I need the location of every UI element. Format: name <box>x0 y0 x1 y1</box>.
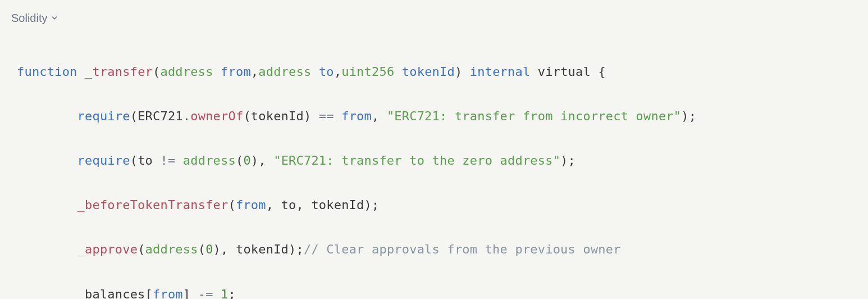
semi: ; <box>372 198 379 212</box>
num-zero: 0 <box>243 153 250 167</box>
type-uint256: uint256 <box>341 65 394 79</box>
num-one: 1 <box>221 287 228 299</box>
code-block: function _transfer(address from,address … <box>0 33 868 299</box>
op-minuseq: -= <box>190 287 221 299</box>
kw-function: function <box>17 65 77 79</box>
rparen: ) <box>364 198 372 212</box>
class-erc721: ERC721 <box>138 109 183 123</box>
lparen: ( <box>130 153 138 167</box>
rparen: ) <box>213 242 221 256</box>
comma: , <box>266 198 281 212</box>
fn-require: require <box>77 109 130 123</box>
code-line-1: function _transfer(address from,address … <box>17 61 851 83</box>
semi: ; <box>296 242 304 256</box>
param-to: to <box>319 65 334 79</box>
fn-address: address <box>145 242 198 256</box>
comma: , <box>296 198 311 212</box>
param-tokenid: tokenId <box>402 65 455 79</box>
lparen: ( <box>228 198 235 212</box>
fn-require: require <box>77 153 130 167</box>
num-zero: 0 <box>205 242 213 256</box>
code-line-6: _balances[from] -= 1; <box>17 283 851 299</box>
lparen: ( <box>236 153 243 167</box>
kw-internal: internal <box>470 65 531 79</box>
code-line-2: require(ERC721.ownerOf(tokenId) == from,… <box>17 105 851 128</box>
lbrace: { <box>598 65 605 79</box>
dot: . <box>183 109 190 123</box>
comma: , <box>258 153 273 167</box>
indent <box>17 242 77 256</box>
indent <box>17 109 77 123</box>
lparen: ( <box>153 65 160 79</box>
language-selector[interactable]: Solidity <box>0 0 868 33</box>
arg-tokenid: tokenId <box>251 109 304 123</box>
type-address: address <box>258 65 311 79</box>
rparen: ) <box>681 109 688 123</box>
comma: , <box>334 65 341 79</box>
rparen: ) <box>289 242 296 256</box>
semi: ; <box>689 109 696 123</box>
comment: // Clear approvals from the previous own… <box>304 242 621 256</box>
code-line-4: _beforeTokenTransfer(from, to, tokenId); <box>17 194 851 216</box>
kw-virtual: virtual <box>538 65 591 79</box>
param-from: from <box>221 65 251 79</box>
chevron-down-icon <box>51 14 58 22</box>
rbrack: ] <box>183 287 190 299</box>
lbrack: [ <box>145 287 153 299</box>
op-ne: != <box>153 153 183 167</box>
code-line-3: require(to != address(0), "ERC721: trans… <box>17 150 851 172</box>
lparen: ( <box>198 242 205 256</box>
fn-address: address <box>183 153 236 167</box>
fn-approve: _approve <box>77 242 138 256</box>
indent <box>17 153 77 167</box>
fn-ownerof: ownerOf <box>190 109 243 123</box>
semi: ; <box>229 287 236 299</box>
indent <box>17 198 77 212</box>
rparen: ) <box>455 65 462 79</box>
arg-to: to <box>138 153 153 167</box>
semi: ; <box>568 153 575 167</box>
string-literal: "ERC721: transfer from incorrect owner" <box>387 109 681 123</box>
ident-balances: _balances <box>77 287 145 299</box>
type-address: address <box>160 65 213 79</box>
arg-from: from <box>153 287 183 299</box>
lparen: ( <box>243 109 250 123</box>
comma: , <box>251 65 258 79</box>
rparen: ) <box>251 153 258 167</box>
code-line-5: _approve(address(0), tokenId);// Clear a… <box>17 238 851 261</box>
arg-to: to <box>281 198 296 212</box>
rparen: ) <box>304 109 311 123</box>
comma: , <box>372 109 387 123</box>
op-eq: == <box>311 109 341 123</box>
fn-transfer: _transfer <box>85 65 153 79</box>
string-literal: "ERC721: transfer to the zero address" <box>273 153 560 167</box>
rparen: ) <box>560 153 568 167</box>
lparen: ( <box>138 242 145 256</box>
indent <box>17 287 77 299</box>
fn-beforetokentransfer: _beforeTokenTransfer <box>77 198 229 212</box>
arg-from: from <box>341 109 372 123</box>
comma: , <box>221 242 236 256</box>
arg-tokenid: tokenId <box>236 242 289 256</box>
language-label: Solidity <box>11 8 47 28</box>
arg-from: from <box>236 198 266 212</box>
arg-tokenid: tokenId <box>311 198 364 212</box>
lparen: ( <box>130 109 138 123</box>
